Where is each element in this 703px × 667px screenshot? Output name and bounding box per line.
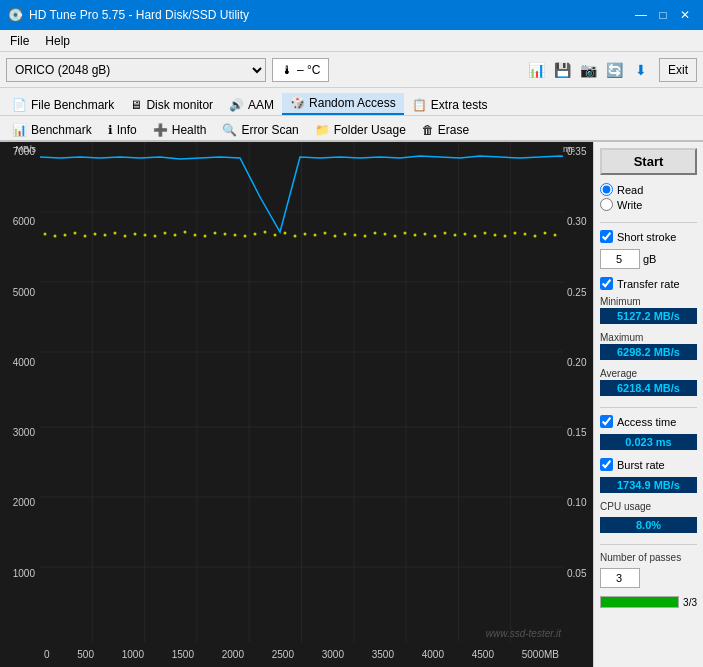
write-radio-label[interactable]: Write [600, 198, 697, 211]
svg-point-28 [174, 234, 177, 237]
svg-point-34 [234, 234, 237, 237]
read-radio[interactable] [600, 183, 613, 196]
watermark: www.ssd-tester.it [486, 628, 561, 639]
svg-point-64 [534, 235, 537, 238]
aam-icon: 🔊 [229, 98, 244, 112]
burst-rate-checkbox[interactable] [600, 458, 613, 471]
svg-point-41 [304, 233, 307, 236]
start-button[interactable]: Start [600, 148, 697, 175]
y-axis-left: MB/s 7000 6000 5000 4000 3000 2000 1000 [0, 142, 40, 642]
svg-point-18 [74, 232, 77, 235]
burst-rate-checkbox-label[interactable]: Burst rate [600, 458, 697, 471]
svg-point-37 [264, 231, 267, 234]
svg-point-30 [194, 234, 197, 237]
temperature-display: 🌡 – °C [272, 58, 329, 82]
average-value: 6218.4 MB/s [600, 380, 697, 396]
health-icon: ➕ [153, 123, 168, 137]
progress-bar-outer [600, 596, 679, 608]
svg-point-59 [484, 232, 487, 235]
maximum-section: Maximum 6298.2 MB/s [600, 332, 697, 364]
disk-selector[interactable]: ORICO (2048 gB) [6, 58, 266, 82]
svg-point-16 [54, 235, 57, 238]
tab-random-access[interactable]: 🎲 Random Access [282, 93, 404, 115]
tab-disk-monitor[interactable]: 🖥 Disk monitor [122, 95, 221, 115]
menu-file[interactable]: File [4, 32, 35, 50]
tab-extra-tests[interactable]: 📋 Extra tests [404, 95, 496, 115]
svg-point-24 [134, 233, 137, 236]
menu-help[interactable]: Help [39, 32, 76, 50]
maximize-button[interactable]: □ [653, 5, 673, 25]
passes-label: Number of passes [600, 552, 697, 563]
passes-spinbox[interactable] [600, 568, 640, 588]
svg-point-54 [434, 235, 437, 238]
divider-2 [600, 407, 697, 408]
svg-point-44 [334, 235, 337, 238]
toolbar-icon-3[interactable]: 📷 [577, 58, 601, 82]
svg-point-46 [354, 234, 357, 237]
tabs-row-2: 📊 Benchmark ℹ Info ➕ Health 🔍 Error Scan… [0, 116, 703, 142]
svg-point-53 [424, 233, 427, 236]
short-stroke-checkbox[interactable] [600, 230, 613, 243]
title-bar-controls: — □ ✕ [631, 5, 695, 25]
tab-info[interactable]: ℹ Info [100, 120, 145, 140]
x-axis: 0 500 1000 1500 2000 2500 3000 3500 4000… [40, 642, 563, 667]
progress-text: 3/3 [683, 597, 697, 608]
tab-folder-usage[interactable]: 📁 Folder Usage [307, 120, 414, 140]
title-bar: 💽 HD Tune Pro 5.75 - Hard Disk/SSD Utili… [0, 0, 703, 30]
tab-error-scan[interactable]: 🔍 Error Scan [214, 120, 306, 140]
svg-point-22 [114, 232, 117, 235]
svg-point-35 [244, 235, 247, 238]
average-section: Average 6218.4 MB/s [600, 368, 697, 400]
svg-point-62 [514, 232, 517, 235]
short-stroke-checkbox-label[interactable]: Short stroke [600, 230, 697, 243]
minimize-button[interactable]: — [631, 5, 651, 25]
disk-monitor-icon: 🖥 [130, 98, 142, 112]
svg-point-63 [524, 233, 527, 236]
minimum-section: Minimum 5127.2 MB/s [600, 296, 697, 328]
right-panel: Start Read Write Short stroke gB Transfe… [593, 142, 703, 667]
svg-point-31 [204, 235, 207, 238]
svg-point-65 [544, 232, 547, 235]
toolbar-icon-1[interactable]: 📊 [525, 58, 549, 82]
svg-point-26 [154, 235, 157, 238]
y-left-unit: MB/s [0, 144, 38, 154]
access-time-checkbox[interactable] [600, 415, 613, 428]
tab-benchmark[interactable]: 📊 Benchmark [4, 120, 100, 140]
close-button[interactable]: ✕ [675, 5, 695, 25]
read-radio-label[interactable]: Read [600, 183, 697, 196]
short-stroke-spinbox-row: gB [600, 249, 697, 269]
passes-spinbox-row [600, 568, 697, 588]
short-stroke-spinbox[interactable] [600, 249, 640, 269]
svg-point-61 [504, 235, 507, 238]
temperature-value: – °C [297, 63, 320, 77]
toolbar-icons: 📊 💾 📷 🔄 ⬇ [525, 58, 653, 82]
write-radio[interactable] [600, 198, 613, 211]
chart-svg [40, 142, 563, 642]
cpu-usage-value: 8.0% [600, 517, 697, 533]
svg-point-21 [104, 234, 107, 237]
exit-button[interactable]: Exit [659, 58, 697, 82]
toolbar-icon-4[interactable]: 🔄 [603, 58, 627, 82]
read-write-group: Read Write [600, 183, 697, 211]
transfer-rate-checkbox[interactable] [600, 277, 613, 290]
title-bar-left: 💽 HD Tune Pro 5.75 - Hard Disk/SSD Utili… [8, 8, 249, 22]
svg-point-51 [404, 232, 407, 235]
tab-file-benchmark[interactable]: 📄 File Benchmark [4, 95, 122, 115]
tab-health[interactable]: ➕ Health [145, 120, 215, 140]
transfer-rate-checkbox-label[interactable]: Transfer rate [600, 277, 697, 290]
svg-point-66 [554, 234, 557, 237]
tab-aam[interactable]: 🔊 AAM [221, 95, 282, 115]
progress-bar-container: 3/3 [600, 596, 697, 608]
svg-point-25 [144, 234, 147, 237]
toolbar-icon-5[interactable]: ⬇ [629, 58, 653, 82]
toolbar-icon-2[interactable]: 💾 [551, 58, 575, 82]
svg-point-19 [84, 235, 87, 238]
svg-point-56 [454, 234, 457, 237]
svg-point-20 [94, 233, 97, 236]
chart-area: MB/s 7000 6000 5000 4000 3000 2000 1000 … [0, 142, 593, 667]
main-content: MB/s 7000 6000 5000 4000 3000 2000 1000 … [0, 142, 703, 667]
tab-erase[interactable]: 🗑 Erase [414, 120, 477, 140]
erase-icon: 🗑 [422, 123, 434, 137]
svg-point-42 [314, 234, 317, 237]
access-time-checkbox-label[interactable]: Access time [600, 415, 697, 428]
